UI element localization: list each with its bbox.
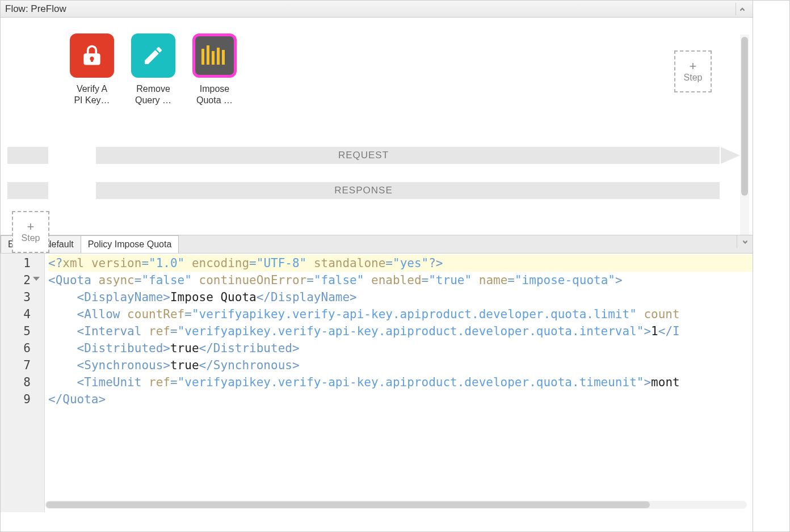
svg-rect-3 — [217, 48, 220, 65]
add-step-button-response[interactable]: + Step — [12, 211, 49, 253]
line-gutter: 123456789 — [1, 254, 45, 512]
svg-rect-0 — [201, 49, 204, 65]
request-flow-bar: REQUEST — [7, 147, 720, 164]
fold-icon[interactable] — [33, 277, 40, 281]
policy-label: RemoveQuery … — [128, 83, 179, 106]
svg-rect-2 — [212, 51, 215, 65]
flow-vertical-scrollbar[interactable] — [740, 35, 749, 235]
svg-rect-4 — [222, 50, 225, 65]
svg-rect-1 — [207, 45, 209, 65]
policy-label: ImposeQuota … — [189, 83, 240, 106]
code-line-4[interactable]: <Allow countRef="verifyapikey.verify-api… — [48, 306, 753, 323]
expand-editor-icon[interactable] — [737, 235, 753, 248]
editor-tabs: Endpoint defaultPolicy Impose Quota — [1, 235, 753, 254]
quota-icon[interactable] — [192, 33, 237, 78]
code-line-9[interactable]: </Quota> — [48, 391, 753, 408]
policy-lock[interactable]: Verify API Key… — [66, 33, 117, 106]
code-line-6[interactable]: <Distributed>true</Distributed> — [48, 340, 753, 357]
arrow-right-icon — [721, 147, 740, 164]
code-line-3[interactable]: <DisplayName>Impose Quota</DisplayName> — [48, 289, 753, 306]
policy-label: Verify API Key… — [66, 83, 117, 106]
code-line-5[interactable]: <Interval ref="verifyapikey.verify-api-k… — [48, 323, 753, 340]
flow-canvas: Verify API Key… RemoveQuery … ImposeQuot… — [1, 18, 753, 235]
code-line-2[interactable]: <Quota async="false" continueOnError="fa… — [48, 272, 753, 289]
code-area[interactable]: <?xml version="1.0" encoding="UTF-8" sta… — [45, 254, 753, 512]
add-step-button-request[interactable]: + Step — [674, 50, 712, 92]
arrow-left-icon — [13, 182, 32, 199]
plus-icon: + — [690, 60, 697, 73]
code-line-1[interactable]: <?xml version="1.0" encoding="UTF-8" sta… — [48, 255, 753, 272]
policy-quota[interactable]: ImposeQuota … — [189, 33, 240, 106]
plus-icon: + — [27, 221, 35, 233]
collapse-flow-icon[interactable] — [736, 3, 748, 15]
flow-panel-header: Flow: PreFlow — [1, 1, 753, 18]
lock-icon[interactable] — [70, 33, 114, 78]
response-flow-bar: RESPONSE — [7, 182, 720, 199]
editor-horizontal-scrollbar[interactable] — [45, 501, 747, 509]
code-editor[interactable]: 123456789 <?xml version="1.0" encoding="… — [1, 254, 753, 512]
policy-edit[interactable]: RemoveQuery … — [128, 33, 179, 106]
code-line-7[interactable]: <Synchronous>true</Synchronous> — [48, 357, 753, 374]
code-line-8[interactable]: <TimeUnit ref="verifyapikey.verify-api-k… — [48, 374, 753, 391]
edit-icon[interactable] — [131, 33, 175, 78]
tab-1[interactable]: Policy Impose Quota — [81, 235, 179, 253]
flow-title: Flow: PreFlow — [5, 3, 66, 15]
